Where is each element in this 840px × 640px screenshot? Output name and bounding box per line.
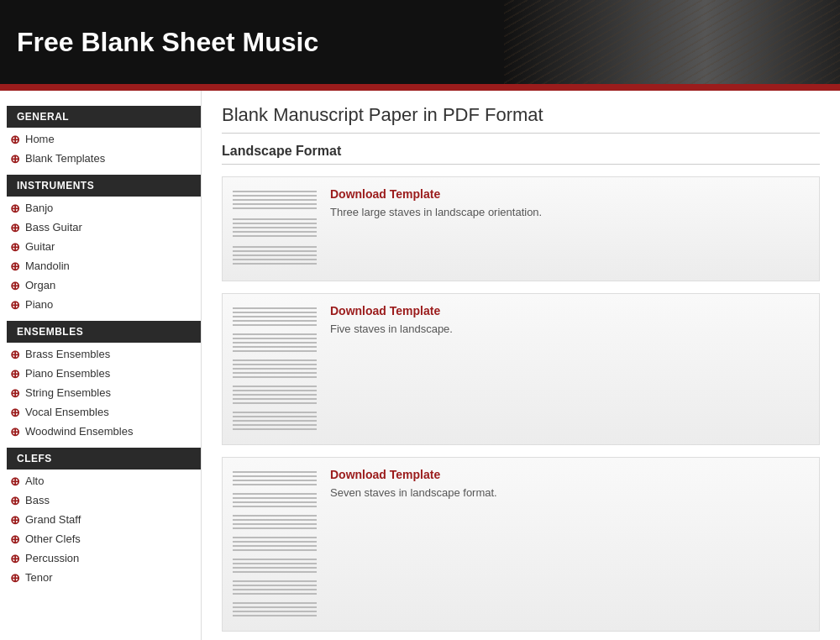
sidebar-item-grand-staff[interactable]: ⊕ Grand Staff <box>0 510 201 529</box>
stave-group <box>233 493 317 508</box>
sidebar-item-other-clefs[interactable]: ⊕ Other Clefs <box>0 529 201 548</box>
sidebar-other-clefs-label: Other Clefs <box>25 532 81 545</box>
stave-line <box>233 549 317 551</box>
sidebar-item-alto[interactable]: ⊕ Alto <box>0 471 201 490</box>
stave-line <box>233 320 317 322</box>
template-card-1: Download Template Three large staves in … <box>222 176 820 281</box>
stave-line <box>233 368 317 370</box>
sidebar-item-brass-ensembles[interactable]: ⊕ Brass Ensembles <box>0 344 201 364</box>
sidebar-banjo-label: Banjo <box>25 202 53 214</box>
sidebar-item-guitar[interactable]: ⊕ Guitar <box>0 237 201 256</box>
template-card-2: Download Template Five staves in landsca… <box>222 293 820 445</box>
sidebar-tenor-label: Tenor <box>25 571 53 584</box>
stave-line <box>233 259 317 260</box>
plus-circle-icon-18: ⊕ <box>10 553 20 564</box>
stave-group <box>233 307 317 327</box>
plus-circle-icon-4: ⊕ <box>10 222 20 233</box>
stave-group <box>233 580 317 595</box>
stave-line <box>233 412 317 413</box>
plus-circle-icon-6: ⊕ <box>10 260 20 272</box>
sidebar-item-bass[interactable]: ⊕ Bass <box>0 490 201 510</box>
stave-line <box>233 567 317 569</box>
plus-circle-icon-11: ⊕ <box>10 387 20 399</box>
stave-line <box>233 338 317 339</box>
stave-line <box>233 523 317 525</box>
sidebar-item-piano[interactable]: ⊕ Piano <box>0 295 201 314</box>
plus-circle-icon-10: ⊕ <box>10 368 20 380</box>
plus-circle-icon-12: ⊕ <box>10 407 20 418</box>
template-description-3: Seven staves in landscape format. <box>330 486 809 499</box>
sidebar-section-ensembles: ENSEMBLES <box>7 321 201 343</box>
stave-line <box>233 324 317 326</box>
sidebar-item-bass-guitar[interactable]: ⊕ Bass Guitar <box>0 218 201 237</box>
stave-line <box>233 480 317 481</box>
sidebar-item-vocal-ensembles[interactable]: ⊕ Vocal Ensembles <box>0 402 201 422</box>
stave-line <box>233 359 317 361</box>
stave-line <box>233 390 317 391</box>
sidebar-item-woodwind-ensembles[interactable]: ⊕ Woodwind Ensembles <box>0 422 201 441</box>
stave-line <box>233 203 317 205</box>
sidebar-section-clefs: CLEFS <box>7 448 201 470</box>
stave-line <box>233 606 317 608</box>
stave-line <box>233 527 317 529</box>
sidebar-home-label: Home <box>25 133 55 145</box>
stave-line <box>233 342 317 344</box>
sidebar-item-mandolin[interactable]: ⊕ Mandolin <box>0 256 201 275</box>
stave-group <box>233 537 317 552</box>
stave-line <box>233 484 317 485</box>
stave-group <box>233 515 317 530</box>
stave-line <box>233 207 317 209</box>
sidebar: GENERAL ⊕ Home ⊕ Blank Templates INSTRUM… <box>0 91 202 640</box>
sidebar-brass-ensembles-label: Brass Ensembles <box>25 348 110 360</box>
stave-line <box>233 316 317 317</box>
stave-group <box>233 359 317 379</box>
sidebar-blank-templates-label: Blank Templates <box>25 152 105 165</box>
main-content: Blank Manuscript Paper in PDF Format Lan… <box>202 91 840 640</box>
stave-line <box>233 333 317 335</box>
sidebar-alto-label: Alto <box>25 475 44 487</box>
plus-circle-icon-15: ⊕ <box>10 495 20 506</box>
download-link-3[interactable]: Download Template <box>330 468 440 481</box>
stave-line <box>233 307 317 309</box>
stave-line <box>233 428 317 430</box>
stave-line <box>233 571 317 573</box>
stave-line <box>233 519 317 521</box>
download-link-2[interactable]: Download Template <box>330 304 440 317</box>
stave-line <box>233 350 317 352</box>
stave-line <box>233 537 317 538</box>
stave-line <box>233 506 317 507</box>
sidebar-item-organ[interactable]: ⊕ Organ <box>0 275 201 295</box>
stave-line <box>233 394 317 396</box>
sidebar-item-tenor[interactable]: ⊕ Tenor <box>0 568 201 587</box>
sidebar-item-home[interactable]: ⊕ Home <box>0 129 201 149</box>
page-layout: GENERAL ⊕ Home ⊕ Blank Templates INSTRUM… <box>0 91 840 640</box>
stave-group <box>233 246 317 265</box>
download-link-1[interactable]: Download Template <box>330 187 440 201</box>
sidebar-piano-ensembles-label: Piano Ensembles <box>25 367 110 380</box>
sidebar-item-blank-templates[interactable]: ⊕ Blank Templates <box>0 149 201 168</box>
sidebar-item-string-ensembles[interactable]: ⊕ String Ensembles <box>0 383 201 402</box>
sidebar-item-banjo[interactable]: ⊕ Banjo <box>0 198 201 218</box>
template-info-1: Download Template Three large staves in … <box>330 187 809 218</box>
stave-line <box>233 593 317 595</box>
sidebar-item-piano-ensembles[interactable]: ⊕ Piano Ensembles <box>0 364 201 383</box>
plus-circle-icon-19: ⊕ <box>10 572 20 584</box>
stave-line <box>233 501 317 503</box>
section-title: Landscape Format <box>222 144 820 165</box>
stave-line <box>233 254 317 256</box>
stave-line <box>233 199 317 201</box>
page-header: Free Blank Sheet Music <box>0 0 840 84</box>
stave-group <box>233 191 317 210</box>
stave-line <box>233 195 317 197</box>
stave-line <box>233 497 317 499</box>
stave-group <box>233 602 317 617</box>
stave-group <box>233 471 317 486</box>
sidebar-item-percussion[interactable]: ⊕ Percussion <box>0 548 201 568</box>
stave-line <box>233 541 317 543</box>
plus-circle-icon-17: ⊕ <box>10 533 20 545</box>
stave-group <box>233 218 317 238</box>
stave-line <box>233 416 317 417</box>
stave-line <box>233 515 317 517</box>
red-bar <box>0 84 840 91</box>
sidebar-bass-guitar-label: Bass Guitar <box>25 221 82 233</box>
